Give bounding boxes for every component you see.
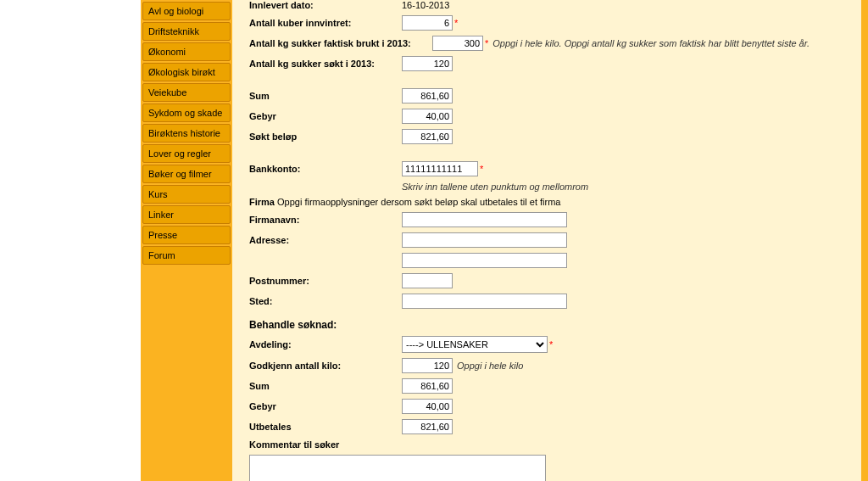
required-mark: * [549,339,553,350]
postnummer-input[interactable] [402,273,453,288]
gebyr2-input[interactable] [402,399,453,414]
sum-input[interactable] [402,88,453,103]
adresse-label: Adresse: [249,235,402,245]
godkjenn-label: Godkjenn antall kilo: [249,361,402,371]
gebyr-input[interactable] [402,109,453,124]
firma-line: Firma Oppgi firmaopplysninger dersom søk… [249,197,844,207]
behandle-head: Behandle søknad: [249,319,844,331]
required-mark: * [485,38,488,48]
bankkonto-hint: Skriv inn tallene uten punktum og mellom… [402,182,844,192]
firmanavn-input[interactable] [402,212,567,227]
godkjenn-input[interactable] [402,358,453,373]
sum-label: Sum [249,91,402,101]
sidebar-item-kurs[interactable]: Kurs [142,185,231,204]
utbetales-label: Utbetales [249,422,402,432]
sukker-brukt-input[interactable] [432,36,483,51]
gebyr2-label: Gebyr [249,401,402,411]
sidebar-item-avl[interactable]: Avl og biologi [142,2,231,20]
kommentar-label: Kommentar til søker [249,439,402,450]
sidebar-item-forum[interactable]: Forum [142,246,231,265]
utbetales-input[interactable] [402,419,453,434]
gebyr-label: Gebyr [249,111,402,121]
bankkonto-input[interactable] [402,161,478,176]
sidebar-item-lover[interactable]: Lover og regler [142,144,231,163]
required-mark: * [454,18,458,28]
sidebar: Avl og biologi Driftsteknikk Økonomi Øko… [141,0,232,481]
adresse2-label [249,255,402,266]
avdeling-select[interactable]: ----> ULLENSAKER [402,336,548,353]
left-spacer [0,0,141,481]
adresse-input[interactable] [402,232,567,248]
sidebar-item-veiekube[interactable]: Veiekube [142,83,231,102]
adresse2-input[interactable] [402,253,567,268]
bankkonto-label: Bankkonto: [249,164,402,174]
innlevert-value: 16-10-2013 [402,0,449,10]
sukker-brukt-hint: Oppgi i hele kilo. Oppgi antall kg sukke… [492,38,810,48]
sum2-label: Sum [249,381,402,391]
firma-head: Firma [249,197,275,207]
sukker-sokt-label: Antall kg sukker søkt i 2013: [249,59,402,69]
kuber-input[interactable] [402,15,453,31]
godkjenn-hint: Oppgi i hele kilo [457,361,523,371]
sidebar-item-drift[interactable]: Driftsteknikk [142,22,231,41]
sukker-brukt-label: Antall kg sukker faktisk brukt i 2013: [249,38,432,48]
sidebar-fill [142,266,231,481]
sted-label: Sted: [249,296,402,306]
required-mark: * [480,164,483,174]
innlevert-label: Innlevert dato: [249,0,402,10]
kommentar-textarea[interactable] [249,455,546,481]
firmanavn-label: Firmanavn: [249,215,402,225]
sukker-sokt-input[interactable] [402,56,453,71]
main-form: Innlevert dato: 16-10-2013 Antall kuber … [232,0,868,481]
avdeling-label: Avdeling: [249,339,402,350]
postnummer-label: Postnummer: [249,276,402,286]
sidebar-item-sykdom[interactable]: Sykdom og skade [142,103,231,122]
sidebar-item-presse[interactable]: Presse [142,226,231,244]
sidebar-item-linker[interactable]: Linker [142,205,231,224]
firma-desc: Oppgi firmaopplysninger dersom søkt belø… [275,197,560,207]
sokt-belop-input[interactable] [402,129,453,144]
sidebar-item-historie[interactable]: Birøktens historie [142,124,231,143]
sted-input[interactable] [402,294,567,309]
sidebar-item-okologisk[interactable]: Økologisk birøkt [142,63,231,81]
sidebar-item-boker[interactable]: Bøker og filmer [142,165,231,183]
sidebar-item-okonomi[interactable]: Økonomi [142,42,231,61]
sokt-belop-label: Søkt beløp [249,131,402,142]
sum2-input[interactable] [402,378,453,394]
kuber-label: Antall kuber innvintret: [249,18,402,28]
